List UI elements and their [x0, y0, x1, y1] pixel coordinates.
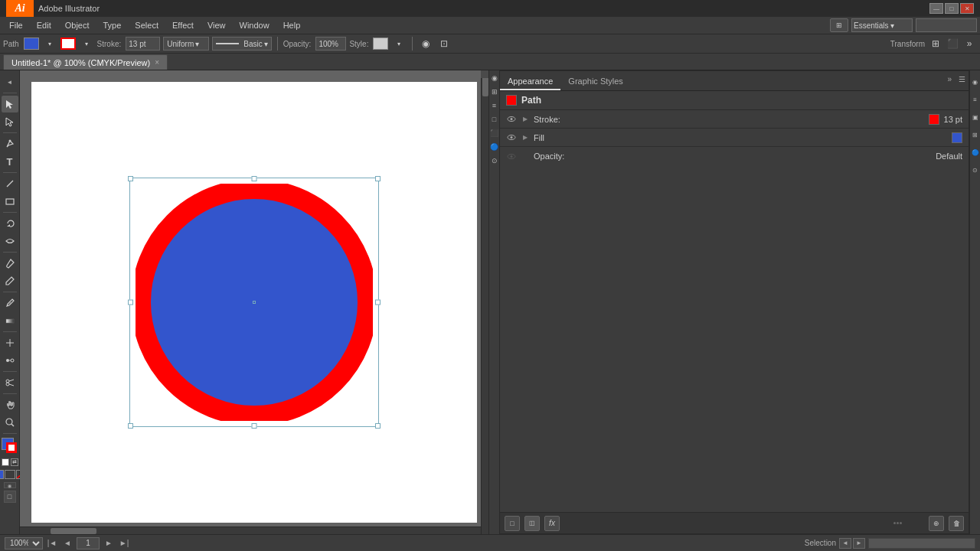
menu-help[interactable]: Help [277, 19, 307, 31]
eyedropper-tool[interactable] [2, 295, 18, 311]
transform-icon[interactable]: ⊡ [436, 36, 452, 51]
circle-object[interactable] [136, 184, 373, 421]
style-arrow[interactable]: ▾ [391, 36, 407, 51]
menu-effect[interactable]: Effect [166, 19, 200, 31]
far-right-icon-1[interactable]: ◉ [971, 73, 980, 90]
stroke-color-swatch-toolbar[interactable] [6, 442, 17, 453]
stroke-color-panel-swatch[interactable] [929, 114, 939, 125]
scissors-tool[interactable] [2, 374, 18, 391]
title-bar-controls[interactable]: — □ ✕ [929, 3, 974, 14]
default-colors-btn[interactable] [2, 458, 9, 466]
right-panel-icon-2[interactable]: ⊞ [490, 86, 499, 98]
vertical-scrollbar[interactable] [481, 70, 488, 534]
add-new-fill-btn[interactable]: ◫ [524, 516, 540, 531]
duplicate-item-btn[interactable]: ⊕ [929, 516, 944, 531]
workspace-icon[interactable]: ⊞ [830, 18, 848, 32]
swap-colors-btn[interactable]: ⇄ [11, 458, 18, 466]
nav-last-btn[interactable]: ►| [118, 537, 130, 549]
tab-graphic-styles[interactable]: Graphic Styles [560, 73, 631, 90]
zoom-select[interactable]: 100% 50% 200% [5, 537, 43, 549]
handle-tc[interactable] [252, 176, 257, 181]
nav-first-btn[interactable]: |◄ [46, 537, 58, 549]
menu-type[interactable]: Type [97, 19, 128, 31]
handle-bc[interactable] [252, 423, 257, 429]
right-panel-icon-1[interactable]: ◉ [490, 72, 499, 84]
stroke-color-swatch[interactable] [60, 37, 76, 50]
fill-swatch[interactable] [24, 37, 39, 50]
handle-tr[interactable] [375, 176, 381, 181]
handle-mr[interactable] [375, 300, 381, 305]
recolor-icon[interactable]: ◉ [418, 36, 433, 51]
type-tool[interactable]: T [2, 153, 18, 170]
opacity-input[interactable] [315, 37, 346, 51]
direct-selection-tool[interactable] [2, 113, 18, 130]
align-icon[interactable]: ⊞ [928, 36, 943, 51]
menu-window[interactable]: Window [234, 19, 276, 31]
handle-bl[interactable] [128, 423, 133, 429]
rotate-tool[interactable] [2, 215, 18, 232]
right-panel-icon-6[interactable]: 🔵 [490, 141, 499, 153]
fill-row[interactable]: ▶ Fill [500, 129, 969, 147]
tab-close-button[interactable]: × [155, 58, 159, 67]
stroke-expand-arrow[interactable]: ▶ [521, 116, 529, 123]
canvas-area[interactable] [20, 70, 488, 534]
stroke-row[interactable]: ▶ Stroke: 13 pt [500, 110, 969, 129]
h-scrollbar-thumb[interactable] [51, 528, 96, 534]
blend-tool[interactable] [2, 352, 18, 369]
menu-view[interactable]: View [201, 19, 232, 31]
far-right-icon-4[interactable]: ⊞ [971, 126, 980, 143]
stroke-type-dropdown[interactable]: Uniform ▾ [163, 37, 209, 51]
fill-expand-arrow[interactable]: ▶ [521, 134, 529, 142]
maximize-button[interactable]: □ [945, 3, 959, 14]
pathfinder-icon[interactable]: ⬛ [945, 36, 960, 51]
warp-tool[interactable] [2, 233, 18, 249]
mesh-tool[interactable] [2, 334, 18, 351]
stroke-arrow[interactable]: ▾ [79, 36, 94, 51]
page-input[interactable] [77, 537, 100, 549]
brush-dropdown[interactable]: Basic ▾ [212, 37, 271, 51]
stroke-value-input[interactable] [126, 37, 160, 51]
zoom-tool[interactable] [2, 414, 18, 431]
far-right-icon-3[interactable]: ▣ [971, 109, 980, 126]
path-color-swatch[interactable] [506, 95, 517, 106]
menu-object[interactable]: Object [59, 19, 96, 31]
rectangle-tool[interactable] [2, 193, 18, 210]
menu-select[interactable]: Select [129, 19, 165, 31]
gradient-mode-btn[interactable] [5, 470, 15, 479]
fill-visibility-eye[interactable] [506, 132, 517, 143]
color-mode-btn[interactable] [0, 470, 4, 479]
fill-color-panel-swatch[interactable] [952, 132, 962, 143]
far-right-icon-5[interactable]: 🔵 [971, 144, 980, 161]
stroke-visibility-eye[interactable] [506, 114, 517, 125]
essentials-dropdown[interactable]: Essentials ▾ [851, 18, 913, 32]
toolbar-toggle[interactable]: ◄ [2, 73, 18, 90]
minimize-button[interactable]: — [929, 3, 943, 14]
right-panel-icon-7[interactable]: ⊙ [490, 155, 499, 167]
screen-mode-btn[interactable]: □ [4, 491, 16, 503]
delete-item-btn[interactable]: 🗑 [949, 516, 964, 531]
paintbrush-tool[interactable] [2, 255, 18, 272]
right-panel-icon-3[interactable]: ≡ [490, 99, 499, 112]
close-button[interactable]: ✕ [960, 3, 974, 14]
tab-appearance[interactable]: Appearance [500, 73, 560, 90]
selection-tool[interactable] [2, 96, 18, 112]
scroll-right-btn[interactable]: ► [853, 538, 865, 549]
menu-edit[interactable]: Edit [31, 19, 57, 31]
menu-file[interactable]: File [3, 19, 29, 31]
handle-tl[interactable] [128, 176, 133, 181]
pen-tool[interactable] [2, 135, 18, 152]
panel-menu-button[interactable]: ☰ [959, 75, 965, 83]
document-tab[interactable]: Untitled-1* @ 100% (CMYK/Preview) × [3, 54, 168, 70]
far-right-icon-2[interactable]: ≡ [971, 91, 980, 108]
handle-br[interactable] [375, 423, 381, 429]
mode-indicator[interactable]: ◉ [4, 482, 16, 488]
fill-arrow[interactable]: ▾ [42, 36, 57, 51]
far-right-icon-6[interactable]: ⊙ [971, 161, 980, 178]
nav-prev-btn[interactable]: ◄ [61, 537, 74, 549]
fx-btn[interactable]: fx [544, 516, 560, 531]
pencil-tool[interactable] [2, 272, 18, 289]
right-panel-icon-5[interactable]: ⬛ [490, 127, 499, 139]
scroll-left-btn[interactable]: ◄ [839, 538, 851, 549]
style-swatch[interactable] [373, 37, 388, 50]
horizontal-scrollbar[interactable] [20, 527, 481, 534]
